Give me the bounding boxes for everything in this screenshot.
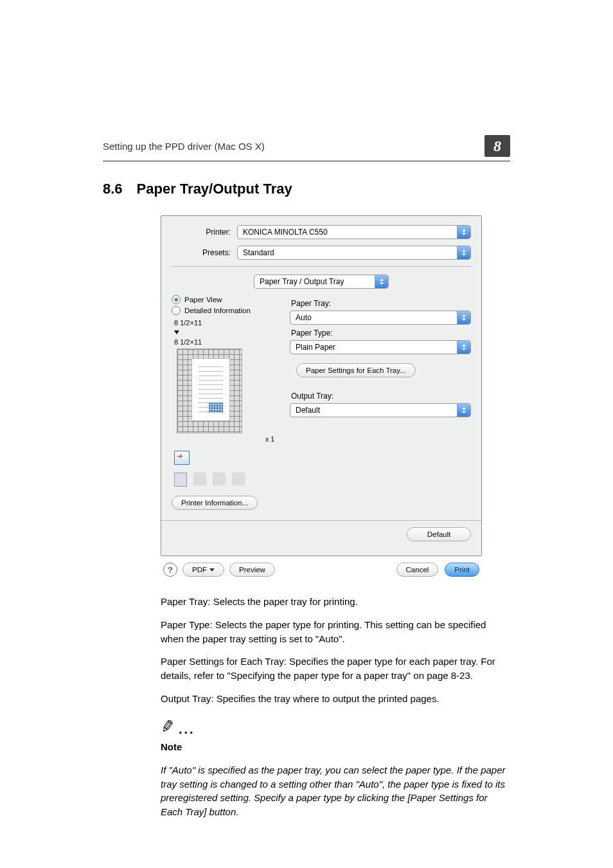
paragraph: Output Tray: Specifies the tray where to… [161,692,510,706]
radio-dot-icon [172,306,181,315]
printer-info-button[interactable]: Printer Information... [172,496,258,510]
chevron-updown-icon [457,341,470,354]
running-title: Setting up the PPD driver (Mac OS X) [103,141,265,152]
pane-value: Paper Tray / Output Tray [260,277,344,286]
left-column: Paper View Detailed Information 8 1/2×11… [172,295,281,510]
divider [172,266,471,267]
paper-type-label: Paper Type: [291,329,471,338]
dots-icon: ... [179,720,195,739]
pdf-button[interactable]: PDF [182,563,224,577]
page-size-2: 8 1/2×11 [174,338,281,346]
help-icon[interactable]: ? [163,563,177,577]
note-icon: ✎ ... [161,715,510,739]
triangle-down-icon [174,330,179,334]
paper-tray-value: Auto [296,313,312,322]
copy-icon [174,451,190,465]
printer-popup[interactable]: KONICA MINOLTA C550 [237,225,471,239]
radio-paper-view-label: Paper View [184,296,222,303]
disabled-icon [213,473,226,485]
chevron-updown-icon [457,246,470,259]
page-size-1: 8 1/2×11 [174,319,281,327]
paper-settings-each-tray-button[interactable]: Paper Settings for Each Tray... [296,363,416,377]
chevron-updown-icon [375,275,388,288]
presets-value: Standard [243,248,274,257]
triangle-down-icon [209,568,215,572]
output-tray-label: Output Tray: [291,392,471,401]
feature-icons [174,451,281,465]
paper-tray-label: Paper Tray: [291,299,471,308]
paragraph: Paper Settings for Each Tray: Specifies … [161,655,510,683]
paper-tray-popup[interactable]: Auto [290,311,471,325]
presets-popup[interactable]: Standard [237,246,471,260]
radio-paper-view[interactable]: Paper View [172,295,281,304]
paper-type-popup[interactable]: Plain Paper [290,340,471,354]
section-number: 8.6 [103,181,123,197]
output-tray-value: Default [296,406,320,415]
chevron-updown-icon [457,226,470,239]
disabled-icon [193,473,206,485]
body-text: Paper Tray: Selects the paper tray for p… [161,595,510,819]
chapter-badge: 8 [484,135,510,157]
disabled-icon [232,473,245,485]
feature-icons-row2 [174,473,281,487]
cancel-button[interactable]: Cancel [396,563,439,577]
output-tray-popup[interactable]: Default [290,403,471,417]
pencil-icon: ✎ [159,714,177,740]
section-heading: 8.6 Paper Tray/Output Tray [103,181,510,197]
chevron-updown-icon [457,404,470,417]
printer-label: Printer: [172,228,237,237]
pane-popup[interactable]: Paper Tray / Output Tray [254,275,389,289]
paragraph: Paper Type: Selects the paper type for p… [161,618,510,646]
radio-dot-icon [172,295,181,304]
paragraph: Paper Tray: Selects the paper tray for p… [161,595,510,609]
radio-detailed-info[interactable]: Detailed Information [172,306,281,315]
lock-icon [174,473,187,487]
print-dialog: Printer: KONICA MINOLTA C550 Presets: St… [161,215,482,556]
copies-indicator: x 1 [172,435,274,443]
print-button[interactable]: Print [445,563,479,577]
radio-detailed-label: Detailed Information [184,307,251,314]
preview-button[interactable]: Preview [229,563,275,577]
page-header: Setting up the PPD driver (Mac OS X) 8 [103,122,510,161]
dialog-footer: ? PDF Preview Cancel Print [161,563,482,577]
printer-value: KONICA MINOLTA C550 [243,228,328,237]
page-size-arrow [174,330,281,334]
section-title: Paper Tray/Output Tray [137,181,292,197]
default-button[interactable]: Default [407,527,471,541]
presets-label: Presets: [172,248,237,257]
pdf-button-label: PDF [192,566,207,574]
right-column: Paper Tray: Auto Paper Type: Plain Paper… [290,295,471,510]
note-text: If "Auto" is specified as the paper tray… [161,763,510,819]
chevron-updown-icon [457,311,470,324]
page-thumbnail [177,348,242,433]
paper-type-value: Plain Paper [296,343,335,352]
note-label: Note [161,740,510,754]
